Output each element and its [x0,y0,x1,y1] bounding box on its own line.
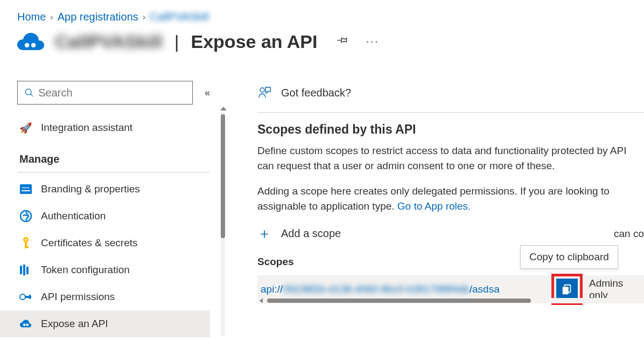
plus-icon: ＋ [257,224,271,243]
svg-rect-17 [29,295,31,299]
nav-label: Integration assistant [41,122,132,134]
nav-certificates[interactable]: Certificates & secrets [17,230,226,256]
breadcrumb: Home › App registrations › CallPVASkill [0,0,644,26]
copy-icon [561,283,573,295]
nav-expose-api[interactable]: Expose an API [0,310,210,337]
sidebar: « 🚀 Integration assistant Manage www Bra… [0,81,226,340]
horizontal-scrollbar[interactable] [257,298,644,303]
pin-icon[interactable] [337,34,348,49]
page-title: Expose an API [191,31,318,52]
scopes-title: Scopes defined by this API [257,122,644,137]
api-perm-icon [19,290,32,303]
svg-point-2 [25,89,31,95]
svg-point-9 [25,239,27,241]
chevron-right-icon: › [143,12,145,22]
auth-icon [19,210,32,223]
search-input[interactable] [17,81,193,105]
add-scope-button[interactable]: ＋ Add a scope [257,224,644,243]
svg-rect-11 [25,246,29,248]
nav-token-config[interactable]: Token configuration [17,256,226,283]
svg-point-20 [260,88,264,92]
svg-rect-12 [20,266,22,274]
nav-label: Branding & properties [41,183,140,195]
feedback-label: Got feedback? [281,87,351,99]
consent-column-header: can co [614,228,644,240]
svg-rect-13 [23,265,25,275]
expose-api-icon [19,317,32,330]
section-manage: Manage [17,141,226,170]
scope-uri[interactable]: api://09238f2b-d138-4060-8bc0-b38179f8f4… [257,283,500,295]
feedback-button[interactable]: Got feedback? [257,81,644,105]
page-header: CallPVASkill | Expose an API ··· [0,26,644,62]
nav-label: Authentication [41,210,106,222]
nav-label: Token configuration [41,264,130,276]
nav-label: API permissions [41,291,115,303]
scopes-description-2: Adding a scope here creates only delegat… [257,184,644,213]
breadcrumb-app-registrations[interactable]: App registrations [58,11,138,23]
svg-rect-14 [26,267,29,274]
collapse-sidebar-icon[interactable]: « [205,87,210,99]
more-icon[interactable]: ··· [366,34,379,48]
svg-point-15 [20,294,25,300]
nav-branding[interactable]: www Branding & properties [17,176,226,203]
nav-api-permissions[interactable]: API permissions [17,283,226,310]
breadcrumb-home[interactable]: Home [17,11,46,23]
nav-label: Certificates & secrets [41,237,138,249]
svg-rect-22 [563,287,569,295]
nav-integration-assistant[interactable]: 🚀 Integration assistant [17,114,226,141]
nav-authentication[interactable]: Authentication [17,203,226,230]
branding-icon: www [19,183,32,196]
feedback-icon [257,86,271,100]
svg-line-3 [30,94,33,96]
search-icon [24,87,34,98]
nav-label: Expose an API [41,318,108,330]
svg-rect-5 [22,190,30,191]
app-name: CallPVASkill [55,31,163,52]
copy-tooltip: Copy to clipboard [520,245,618,269]
sidebar-scrollbar-thumb[interactable] [221,114,225,238]
svg-point-19 [26,324,29,327]
app-roles-link[interactable]: Go to App roles. [397,200,471,212]
search-field[interactable] [38,87,186,99]
svg-text:www: www [22,186,30,189]
horizontal-scrollbar-thumb[interactable] [267,299,531,303]
sidebar-scrollbar[interactable] [221,110,225,337]
scroll-left-icon[interactable] [260,298,263,303]
token-icon [19,263,32,276]
rocket-icon: 🚀 [19,121,32,134]
scopes-description-1: Define custom scopes to restrict access … [257,143,644,173]
main-content: Got feedback? Scopes defined by this API… [226,81,644,340]
app-cloud-icon [15,31,45,52]
key-icon [19,237,32,249]
chevron-right-icon: › [50,12,53,22]
title-separator: | [174,31,179,52]
svg-point-18 [23,324,26,327]
main-divider [257,112,644,113]
section-divider [17,172,210,172]
breadcrumb-current[interactable]: CallPVASkill [150,11,209,23]
add-scope-label: Add a scope [281,227,341,240]
